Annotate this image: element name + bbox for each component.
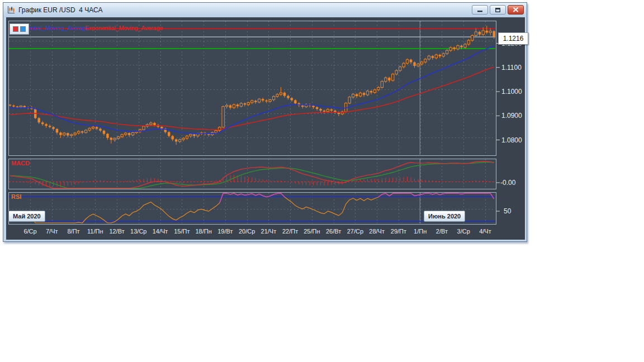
legend-ma-slow: Exponential_Moving_Average [85,25,163,31]
candle-body-bear [294,100,296,103]
date-axis-label: 18/Пн [192,228,215,235]
candle-body-bull [395,70,397,74]
candle-body-bear [236,104,239,106]
date-axis-label: 22/Пт [279,228,301,235]
rsi-mid-axis-label: 50 [504,207,511,215]
candle-body-bear [172,136,174,139]
candle-body-bull [489,31,491,33]
date-axis-label: 25/Пн [301,228,323,235]
candle-body-bull [240,103,242,106]
date-axis-label: 20/Ср [236,228,258,235]
candle-body-bear [316,107,318,109]
date-axis-label: 19/Вт [214,228,236,235]
candle-body-bull [182,138,184,140]
candle-body-bear [410,60,412,63]
window-title: График EUR /USD 4 ЧАСА [18,6,103,14]
candle-body-bull [272,96,274,99]
candle-body-bear [16,107,18,107]
candle-body-bull [280,93,282,94]
candle-body-bull [420,62,423,64]
date-axis-label: 11/Пн [84,228,106,235]
candle-body-bull [258,99,261,102]
candle-body-bull [84,130,87,132]
candle-body-bear [175,139,177,141]
candle-body-bull [251,101,253,102]
minimize-button[interactable] [472,5,488,15]
chart-canvas[interactable] [6,17,525,240]
price-axis-label: 1.1100 [501,64,522,72]
candle-body-bull [92,127,94,128]
candle-body-bull [63,133,65,135]
date-axis-label: 28/Чт [366,228,388,235]
chart-window: График EUR /USD 4 ЧАСА ential_Moving_Ave… [3,2,527,242]
candle-body-bear [262,99,264,101]
candle-body-bull [276,94,278,96]
candle-body-bull [385,78,387,81]
title-bar[interactable]: График EUR /USD 4 ЧАСА [3,3,527,17]
candle-body-bull [269,100,271,102]
candle-body-bear [323,111,325,112]
date-axis-label: 26/Вт [323,228,345,235]
legend-ma-fast: ential_Moving_Average [28,25,89,31]
candle-body-bull [143,126,145,130]
candle-body-bull [190,134,192,136]
candle-body-bull [373,90,376,93]
candle-body-bear [453,47,455,49]
candle-body-bull [222,107,224,127]
candle-body-bear [439,55,441,56]
candle-body-bear [9,105,11,106]
candle-body-bull [326,109,329,112]
date-axis-label: 7/Чт [41,228,63,235]
candle-body-bear [432,56,434,58]
chart-window-icon [7,6,16,15]
price-axis-label: 1.0900 [501,112,522,120]
date-axis-label: 27/Ср [344,228,366,235]
macd-zero-axis-label: -0.00 [500,179,515,187]
date-axis-label: 13/Ср [127,228,150,235]
candle-body-bear [479,32,481,35]
candle-body-bull [475,32,477,35]
macd-panel-label: MACD [11,160,30,166]
candle-body-bull [117,137,120,139]
candle-body-bear [45,124,47,126]
blue-indicator-swatch-icon [20,26,26,32]
candle-body-bull [377,87,380,89]
candle-body-bull [406,60,408,63]
date-axis-label: 29/Пт [387,228,410,235]
candle-body-bear [254,101,257,102]
candle-body-bear [330,109,333,111]
candle-body-bull [359,93,361,96]
restore-button[interactable] [490,5,506,15]
chart-client-area: ential_Moving_Average Exponential_Moving… [6,17,525,240]
candle-body-bear [370,91,372,93]
candle-body-bull [449,47,452,50]
candle-body-bear [12,106,15,107]
date-axis-label: 2/Вт [430,228,453,235]
indicator-legend[interactable] [10,23,29,35]
candle-body-bear [356,94,358,96]
candle-body-bull [392,74,394,80]
month-label-june: Июнь 2020 [424,211,465,222]
candle-body-bull [457,46,459,49]
candle-body-bear [103,131,105,134]
candle-body-bear [229,105,231,107]
month-label-may: Май 2020 [8,211,45,222]
minimize-icon [477,7,483,12]
candle-body-bull [70,135,73,136]
date-axis-label: 1/Пн [409,228,432,235]
candle-body-bear [168,132,170,136]
candle-body-bull [366,91,368,95]
close-button[interactable] [508,5,524,15]
candle-body-bear [283,93,286,96]
candle-body-bear [153,123,155,125]
candle-body-bull [428,56,430,59]
candle-body-bull [381,82,383,88]
candle-body-bear [96,127,98,128]
date-axis-label: 15/Пт [171,228,193,235]
candle-body-bear [49,126,51,127]
candle-body-bear [493,31,495,37]
candle-body-bull [74,133,76,135]
candle-body-bear [128,133,130,135]
candle-body-bear [23,106,26,108]
candle-body-bear [193,134,195,136]
